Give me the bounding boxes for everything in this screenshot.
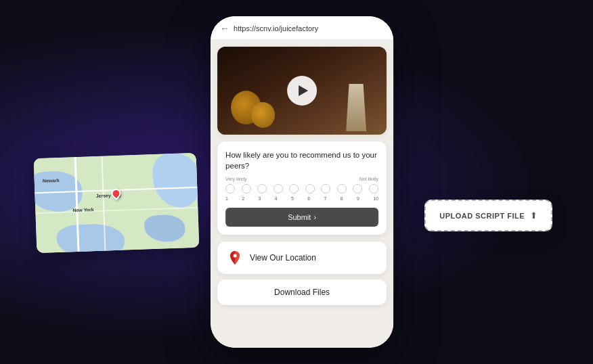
submit-chevron-icon: › bbox=[313, 213, 316, 221]
survey-card: How likely are you to recommend us to yo… bbox=[217, 141, 387, 235]
location-card[interactable]: View Our Location bbox=[217, 242, 387, 274]
address-bar: ← https://scnv.io/juicefactory bbox=[211, 16, 393, 40]
play-button[interactable] bbox=[287, 76, 317, 106]
play-triangle-icon bbox=[299, 85, 308, 96]
map-marker bbox=[111, 189, 120, 198]
url-text[interactable]: https://scnv.io/juicefactory bbox=[234, 24, 318, 32]
video-thumbnail[interactable] bbox=[217, 47, 387, 135]
upload-label: UPLOAD SCRIPT FILE bbox=[439, 212, 525, 220]
video-card bbox=[217, 47, 387, 135]
fruit-2 bbox=[251, 102, 275, 128]
back-arrow-icon[interactable]: ← bbox=[220, 23, 229, 34]
scene: Newark Jersey City New York ← https://sc… bbox=[0, 0, 593, 364]
scale-circle-3[interactable] bbox=[257, 184, 267, 194]
maps-pin-icon bbox=[227, 250, 243, 266]
scale-circle-7[interactable] bbox=[321, 184, 330, 194]
scale-circles bbox=[225, 184, 378, 194]
scale-labels: Very likely Not likely bbox=[225, 177, 378, 181]
glass-shape bbox=[346, 84, 366, 131]
map-overlay: Newark Jersey City New York bbox=[34, 153, 200, 253]
phone-content: How likely are you to recommend us to yo… bbox=[211, 40, 393, 348]
survey-question: How likely are you to recommend us to yo… bbox=[225, 150, 378, 171]
upload-icon: ⬆ bbox=[530, 210, 537, 221]
scale-label-right: Not likely bbox=[359, 177, 378, 181]
submit-label: Submit bbox=[288, 213, 311, 221]
phone-shell: ← https://scnv.io/juicefactory bbox=[211, 16, 393, 348]
upload-overlay[interactable]: UPLOAD SCRIPT FILE ⬆ bbox=[424, 200, 552, 231]
download-card[interactable]: Download Files bbox=[217, 279, 387, 305]
download-text: Download Files bbox=[274, 288, 330, 297]
submit-button[interactable]: Submit › bbox=[225, 208, 378, 227]
scale-circle-8[interactable] bbox=[337, 184, 347, 194]
scale-circle-10[interactable] bbox=[369, 184, 378, 194]
scale-circle-2[interactable] bbox=[242, 184, 251, 194]
map-label-newark: Newark bbox=[43, 178, 60, 183]
scale-circle-4[interactable] bbox=[273, 184, 283, 194]
scale-circle-6[interactable] bbox=[305, 184, 315, 194]
scale-circle-1[interactable] bbox=[225, 184, 235, 194]
scale-label-left: Very likely bbox=[225, 177, 247, 181]
map-water-3 bbox=[56, 223, 125, 254]
map-water-4 bbox=[144, 214, 185, 242]
scale-circle-5[interactable] bbox=[289, 184, 299, 194]
map-water-2 bbox=[152, 153, 200, 208]
scale-circle-9[interactable] bbox=[353, 184, 362, 194]
scale-numbers: 12345 678910 bbox=[225, 196, 378, 201]
map-label-jerseycity: New York bbox=[72, 207, 93, 212]
location-text: View Our Location bbox=[250, 253, 316, 263]
svg-point-0 bbox=[234, 254, 237, 258]
